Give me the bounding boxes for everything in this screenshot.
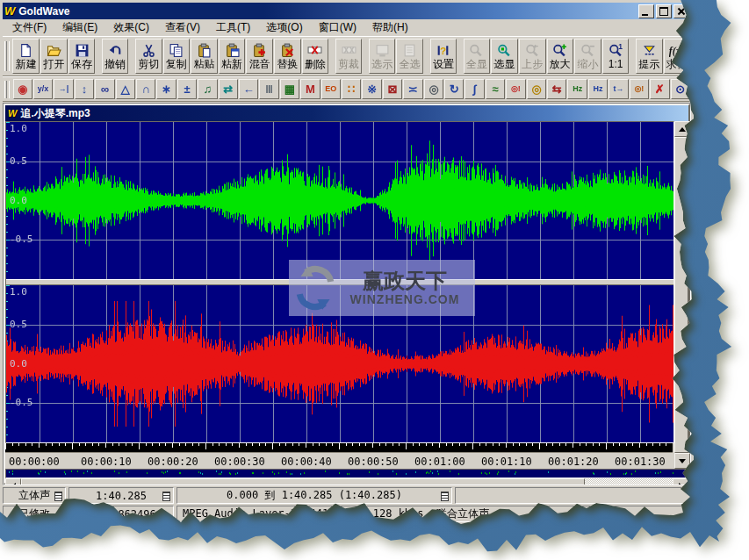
- center-channel-button[interactable]: ◎!: [630, 79, 649, 99]
- resample-button[interactable]: Hz: [588, 79, 608, 99]
- left-channel-waveform[interactable]: [6, 122, 673, 279]
- spectrum-filter-button[interactable]: ∷: [342, 79, 361, 99]
- interpolate-button[interactable]: ♫: [198, 79, 217, 99]
- 选示-button[interactable]: 选示: [369, 39, 396, 74]
- 选显-button[interactable]: 选显: [491, 39, 518, 74]
- 求值-button[interactable]: f(x)求值: [664, 39, 691, 74]
- vertical-scroll-thumb[interactable]: [674, 137, 688, 453]
- toolbar-grip[interactable]: [4, 41, 10, 71]
- horizontal-scroll-track[interactable]: [585, 478, 673, 485]
- menu-item-7[interactable]: 帮助(H): [364, 19, 416, 36]
- 剪裁-button[interactable]: 剪裁: [335, 39, 363, 74]
- 设置-button[interactable]: ?设置: [430, 39, 457, 74]
- 放大-button[interactable]: 放大: [547, 39, 574, 74]
- menu-item-0[interactable]: 文件(F): [4, 19, 54, 36]
- 全显-button[interactable]: 全显: [464, 39, 491, 74]
- toolbar-button-label: 求值: [666, 59, 688, 69]
- fade-volume-button[interactable]: ↻: [444, 79, 464, 99]
- horizontal-scroll-thumb[interactable]: [21, 478, 585, 485]
- document-title-bar[interactable]: W 追.小提琴.mp3: [5, 105, 688, 121]
- 新建-button[interactable]: 新建: [12, 39, 40, 74]
- title-bar[interactable]: W GoldWave: [3, 3, 691, 19]
- smash-icon: ※: [367, 83, 377, 95]
- effects-toolbar: ◉y/x→|↕∞△∩∗±♫⇄←|||▦MEO∷※⊠≍◎↻∫≈◎!◎⇆HzHzt→…: [3, 76, 691, 102]
- status-menu-icon[interactable]: [441, 492, 449, 501]
- maximize-volume-button[interactable]: ◎!: [506, 79, 525, 99]
- stereo-volume-button[interactable]: ◎: [527, 79, 546, 99]
- reverse-button[interactable]: ⇄: [219, 79, 238, 99]
- status-text: 0.000 到 1:40.285 (1:40.285): [227, 488, 402, 503]
- smash-button[interactable]: ※: [362, 79, 381, 99]
- seek-marker-button[interactable]: →|: [54, 79, 73, 99]
- 提示-button[interactable]: 提示: [636, 39, 663, 74]
- maximize-icon: [659, 7, 668, 16]
- toolbar-button-label: 打开: [43, 59, 64, 69]
- minimize-button[interactable]: [638, 4, 654, 18]
- up-arrow-icon: [679, 124, 686, 132]
- minimize-icon: [642, 14, 648, 16]
- zoom-in-icon: [552, 43, 567, 58]
- fade-button[interactable]: △: [116, 79, 135, 99]
- 粘贴-button[interactable]: 粘贴: [191, 39, 218, 74]
- flip-button[interactable]: ∩: [136, 79, 155, 99]
- status-menu-icon[interactable]: [54, 492, 62, 501]
- 保存-button[interactable]: 保存: [68, 39, 96, 74]
- time-warp-button[interactable]: t→: [609, 79, 628, 99]
- volume-knob-button[interactable]: ◎: [424, 79, 443, 99]
- 混音-button[interactable]: 混音: [246, 39, 273, 74]
- doppler-button[interactable]: ∞: [95, 79, 114, 99]
- doppler-icon: ∞: [101, 83, 109, 95]
- status-menu-icon[interactable]: [162, 492, 170, 501]
- spectrum-button[interactable]: EO: [321, 79, 341, 99]
- 复制-button[interactable]: 复制: [163, 39, 191, 74]
- noise-reduction-icon: ▦: [284, 83, 295, 95]
- channel-swap-button[interactable]: ⇆: [547, 79, 566, 99]
- smoother-button[interactable]: ≍: [403, 79, 422, 99]
- pitch-button[interactable]: Hz: [567, 79, 587, 99]
- menu-item-3[interactable]: 查看(V): [157, 19, 208, 36]
- 缩小-button[interactable]: 缩小: [574, 39, 601, 74]
- noise-gate-button[interactable]: ⊠: [383, 79, 402, 99]
- maximize-button[interactable]: [656, 4, 672, 18]
- equalizer-button[interactable]: |||: [259, 79, 278, 99]
- 撤销-button[interactable]: 撤销: [102, 39, 129, 74]
- offset-button[interactable]: ±: [177, 79, 197, 99]
- shape-volume-button[interactable]: ∫: [465, 79, 484, 99]
- toolbar-button-label: 上步: [522, 59, 543, 69]
- voice-removal-button[interactable]: ✗: [650, 79, 669, 99]
- scroll-up-button[interactable]: [674, 121, 690, 137]
- expression-evaluator-button[interactable]: y/x: [33, 79, 53, 99]
- back-button[interactable]: ←: [239, 79, 258, 99]
- amplitude-label: 0.5: [10, 319, 27, 329]
- close-button[interactable]: [673, 4, 689, 18]
- 粘新-button[interactable]: 粘新: [219, 39, 246, 74]
- playback-rate-button[interactable]: ⊙: [671, 79, 690, 99]
- menu-item-1[interactable]: 编辑(E): [54, 19, 105, 36]
- 上步-button[interactable]: 上步: [519, 39, 546, 74]
- horizontal-scrollbar: [5, 478, 688, 485]
- toolbar-grip[interactable]: [4, 81, 11, 98]
- menu-item-2[interactable]: 效果(C): [105, 19, 157, 36]
- control-properties-button[interactable]: ◉: [13, 79, 32, 99]
- 全选-button[interactable]: 全选: [396, 39, 423, 74]
- vertical-scrollbar: [674, 121, 688, 469]
- 删除-button[interactable]: 删除: [302, 39, 329, 74]
- toolbar-button-label: 1:1: [609, 59, 623, 69]
- match-volume-button[interactable]: ≈: [486, 79, 505, 99]
- mute-button[interactable]: M: [300, 79, 320, 99]
- menu-item-5[interactable]: 选项(O): [258, 19, 310, 36]
- 剪切-button[interactable]: 剪切: [135, 39, 162, 74]
- scroll-left-button[interactable]: [5, 478, 21, 485]
- scroll-down-button[interactable]: [674, 453, 690, 469]
- 1:1-button[interactable]: 11:1: [602, 39, 630, 74]
- 打开-button[interactable]: 打开: [40, 39, 68, 74]
- menu-item-4[interactable]: 工具(T): [208, 19, 258, 36]
- watermark: 赢政天下 WINZHENG.COM: [289, 260, 475, 316]
- time-label: 00:01:10: [481, 456, 532, 468]
- 替换-button[interactable]: 替换: [274, 39, 301, 74]
- mechanize-button[interactable]: ∗: [156, 79, 176, 99]
- menu-item-6[interactable]: 窗口(W): [311, 19, 364, 36]
- scroll-right-button[interactable]: [673, 478, 688, 485]
- pan-control-button[interactable]: ↕: [75, 79, 94, 99]
- noise-reduction-button[interactable]: ▦: [280, 79, 299, 99]
